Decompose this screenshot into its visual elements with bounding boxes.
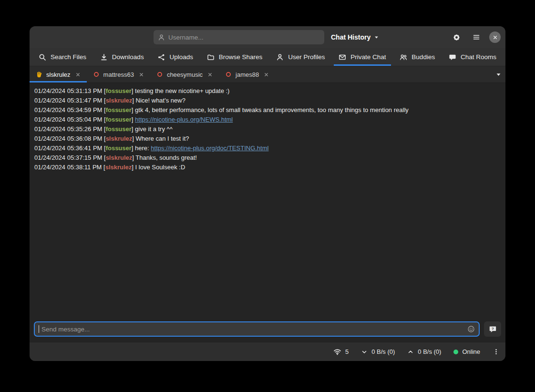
- message-username: slskrulez: [106, 97, 133, 104]
- message-timestamp: 01/24/2024 05:31:47 PM [: [34, 97, 106, 104]
- message-input[interactable]: [41, 326, 465, 333]
- user-status-offline-icon: [156, 71, 163, 78]
- download-rate-value: 0 B/s (0): [371, 348, 395, 355]
- share-icon: [157, 53, 165, 61]
- chat-tab-label: cheesymusic: [167, 71, 203, 78]
- tab-label: Private Chat: [350, 53, 386, 61]
- wifi-icon: [333, 348, 341, 356]
- user-status-offline-icon: [93, 71, 100, 78]
- message-username: fossuser: [106, 125, 132, 133]
- chat-message: 01/24/2024 05:31:13 PM [fossuser] testin…: [34, 86, 501, 96]
- chat-help-button[interactable]: ?: [484, 321, 501, 337]
- chat-tab-mattress63[interactable]: mattress63: [87, 66, 150, 83]
- tab-label: Chat Rooms: [461, 53, 496, 61]
- kebab-icon: [493, 348, 500, 355]
- message-timestamp: 01/24/2024 05:38:11 PM [: [34, 164, 105, 171]
- caret-down-icon: [495, 72, 502, 78]
- chat-tab-label: slskrulez: [46, 71, 71, 78]
- preferences-button[interactable]: [449, 30, 463, 44]
- emoji-icon[interactable]: [467, 325, 475, 333]
- status-menu-button[interactable]: [493, 348, 500, 355]
- message-username: slskrulez: [106, 154, 133, 161]
- message-bracket: ]: [132, 135, 135, 142]
- username-input[interactable]: [168, 34, 320, 41]
- message-username: slskrulez: [105, 164, 132, 171]
- chat-tab-label: mattress63: [103, 71, 134, 78]
- status-label: Online: [462, 348, 480, 355]
- message-bracket: ]: [132, 106, 135, 113]
- message-link[interactable]: https://nicotine-plus.org/doc/TESTING.ht…: [151, 144, 268, 152]
- chat-message: 01/24/2024 05:35:04 PM [fossuser] https:…: [34, 115, 501, 124]
- message-timestamp: 01/24/2024 05:37:15 PM [: [34, 154, 106, 161]
- tab-buddies[interactable]: Buddies: [393, 48, 441, 66]
- message-username: fossuser: [106, 116, 132, 123]
- close-tab-icon[interactable]: [264, 72, 269, 77]
- chat-message: 01/24/2024 05:36:41 PM [fossuser] here: …: [34, 144, 501, 153]
- chat-tabs: slskrulezmattress63cheesymusicjames88: [30, 66, 275, 83]
- tab-browse-shares[interactable]: Browse Shares: [201, 48, 269, 66]
- chat-history-button[interactable]: Chat History: [331, 33, 379, 41]
- chat-icon: [449, 53, 456, 61]
- chevron-up-icon: [407, 349, 414, 355]
- username-entry[interactable]: [154, 30, 324, 44]
- message-entry[interactable]: [34, 321, 480, 337]
- text-caret: [39, 325, 39, 333]
- caret-down-icon: [374, 35, 379, 40]
- main-menu-button[interactable]: [469, 30, 484, 44]
- person-icon: [158, 34, 165, 41]
- help-bubble-icon: ?: [489, 325, 497, 333]
- chat-log: 01/24/2024 05:31:13 PM [fossuser] testin…: [30, 83, 505, 317]
- message-username: slskrulez: [106, 135, 133, 142]
- tab-downloads[interactable]: Downloads: [94, 48, 150, 66]
- window-close-button[interactable]: [489, 31, 501, 43]
- close-tab-icon[interactable]: [139, 72, 144, 77]
- message-timestamp: 01/24/2024 05:34:59 PM [: [34, 106, 106, 113]
- message-text: testing the new nicotine+ update :): [135, 87, 229, 94]
- tab-list-dropdown-button[interactable]: [495, 66, 502, 83]
- tab-chat-rooms[interactable]: Chat Rooms: [442, 48, 503, 66]
- connection-status[interactable]: Online: [453, 348, 480, 355]
- tab-label: Uploads: [169, 53, 193, 61]
- tab-uploads[interactable]: Uploads: [151, 48, 199, 66]
- download-icon: [100, 53, 108, 61]
- chat-history-label: Chat History: [331, 33, 370, 41]
- close-tab-icon[interactable]: [207, 72, 213, 77]
- upload-rate-value: 0 B/s (0): [418, 348, 441, 355]
- message-text: give it a try ^^: [135, 125, 173, 133]
- nicotine-plus-window: Chat History Search FilesDo: [30, 26, 505, 361]
- upload-rate[interactable]: 0 B/s (0): [407, 348, 441, 355]
- message-text: I love Soulseek :D: [135, 164, 185, 171]
- message-bracket: ]: [132, 87, 135, 94]
- message-link[interactable]: https://nicotine-plus.org/NEWS.html: [135, 116, 233, 123]
- tab-search-files[interactable]: Search Files: [32, 48, 93, 66]
- chat-tab-james88[interactable]: james88: [219, 66, 275, 83]
- folder-icon: [207, 53, 215, 61]
- message-bracket: ]: [132, 116, 135, 123]
- tab-label: Browse Shares: [219, 53, 263, 61]
- close-tab-icon[interactable]: [75, 72, 81, 77]
- connection-count[interactable]: 5: [333, 348, 349, 356]
- chat-tab-slskrulez[interactable]: slskrulez: [30, 66, 87, 83]
- message-timestamp: 01/24/2024 05:35:26 PM [: [34, 125, 106, 133]
- status-bar: 5 0 B/s (0) 0 B/s (0) Online: [30, 342, 505, 361]
- chat-tab-cheesymusic[interactable]: cheesymusic: [150, 66, 219, 83]
- tab-private-chat[interactable]: Private Chat: [332, 48, 392, 66]
- main-tab-bar: Search FilesDownloadsUploadsBrowse Share…: [30, 48, 505, 66]
- chat-message: 01/24/2024 05:31:47 PM [slskrulez] Nice!…: [34, 96, 501, 105]
- user-status-away-icon: [36, 71, 42, 78]
- tab-label: Buddies: [412, 53, 435, 61]
- message-timestamp: 01/24/2024 05:36:08 PM [: [34, 135, 106, 142]
- composer-row: ?: [30, 317, 505, 342]
- message-text: gtk 4, better performance, lots of small…: [135, 106, 409, 113]
- header-actions: [449, 30, 501, 44]
- header-bar: Chat History: [30, 26, 505, 48]
- message-timestamp: 01/24/2024 05:31:13 PM [: [34, 87, 106, 94]
- tab-user-profiles[interactable]: User Profiles: [270, 48, 331, 66]
- close-icon: [492, 34, 498, 41]
- connection-count-value: 5: [345, 348, 349, 355]
- online-dot-icon: [453, 350, 458, 354]
- message-text: Thanks, sounds great!: [135, 154, 197, 161]
- message-bracket: ]: [132, 125, 135, 133]
- download-rate[interactable]: 0 B/s (0): [361, 348, 395, 355]
- person-icon: [276, 53, 284, 61]
